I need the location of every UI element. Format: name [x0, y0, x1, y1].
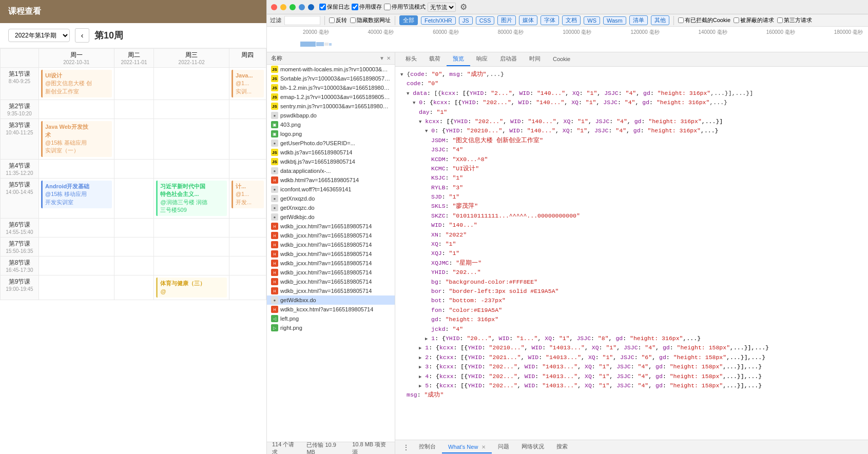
filter-all[interactable]: 全部: [399, 15, 418, 25]
semester-select[interactable]: 2022年第1学期: [8, 29, 70, 42]
prev-week-button[interactable]: ‹: [75, 28, 89, 43]
list-item[interactable]: H wdkb_jcxx.html?av=1665189805714: [267, 277, 395, 286]
course-cell-mon-8: [39, 256, 114, 275]
list-item[interactable]: ▷ right.png: [267, 323, 395, 332]
tab-response[interactable]: 响应: [470, 52, 494, 66]
tab-cookie[interactable]: Cookie: [547, 53, 576, 66]
checkbox-disable-cache[interactable]: 停用缓存: [352, 3, 382, 11]
checkbox-invert[interactable]: 反转: [329, 16, 347, 24]
tab-headers[interactable]: 标头: [399, 52, 423, 66]
list-item[interactable]: ● data:application/x-...: [267, 166, 395, 175]
course-cell-mon-4: [39, 159, 114, 178]
course-cell-mon-3: Java Web开发技术 @15栋 基础应用实训室（一）: [39, 119, 114, 160]
tab-timing[interactable]: 时间: [523, 52, 547, 66]
filter-img[interactable]: 图片: [497, 15, 516, 25]
list-item[interactable]: ● pswdkbapp.do: [267, 111, 395, 120]
list-item[interactable]: JS sentry.min.js?rv=100003&av=1665189805…: [267, 102, 395, 111]
course-cell-wed-4: [154, 159, 229, 178]
tab-whats-new[interactable]: What's New ✕: [442, 441, 492, 453]
html-icon: H: [271, 269, 278, 276]
close-tab-icon[interactable]: ✕: [481, 444, 486, 450]
filter-js[interactable]: JS: [459, 16, 473, 25]
checkbox-hide-data-urls[interactable]: 隐藏数据网址: [350, 16, 391, 24]
list-item[interactable]: ● getWdkbjc.do: [267, 212, 395, 222]
filter-media[interactable]: 媒体: [519, 15, 537, 25]
filter-manifest[interactable]: 清单: [629, 15, 648, 25]
list-item[interactable]: H wdkb_jcxx.html?av=1665189805714: [267, 286, 395, 295]
filter-input[interactable]: [284, 16, 320, 25]
filter-css[interactable]: CSS: [476, 16, 495, 25]
js-icon: JS: [271, 84, 278, 91]
list-item[interactable]: JS wdkbtj.js?av=1665189805714: [267, 157, 395, 166]
window-close-dot[interactable]: [271, 4, 277, 10]
transferred-size: 已传输 10.9 MB: [306, 441, 344, 454]
course-block[interactable]: UI设计 @图文信息大楼 创新创业工作室: [41, 70, 112, 97]
generic-icon: ●: [271, 112, 278, 119]
course-cell-tue-6: [114, 219, 154, 238]
filter-ws[interactable]: WS: [584, 16, 600, 25]
list-item[interactable]: JS Sortable.js?rv=100003&av=166518980571…: [267, 74, 395, 83]
tab-network-conditions[interactable]: 网络状况: [515, 440, 550, 454]
list-item[interactable]: ▣ logo.png: [267, 129, 395, 139]
file-list-scroll[interactable]: JS moment-with-locales.min.js?rv=100003&…: [267, 65, 395, 442]
window-maximize-dot[interactable]: [290, 4, 296, 10]
tab-console[interactable]: 控制台: [413, 440, 442, 454]
generic-icon: ●: [271, 297, 278, 304]
course-block[interactable]: Android开发基础 @15栋 移动应用开发实训室: [41, 181, 112, 208]
list-item[interactable]: ● getXnxqzd.do: [267, 194, 395, 203]
close-file-pane-icon[interactable]: ✕: [387, 55, 391, 61]
time-cell: 第6节课 14:55-15:40: [1, 219, 39, 238]
list-item[interactable]: H wdkb_jcxx.html?av=1665189805714: [267, 222, 395, 231]
list-item[interactable]: JS moment-with-locales.min.js?rv=100003&…: [267, 65, 395, 74]
course-cell-thu-1: Java... @1... 实训...: [229, 68, 266, 100]
checkbox-blocked-requests[interactable]: 被屏蔽的请求: [734, 16, 774, 24]
throttle-select[interactable]: 无节流: [428, 3, 456, 12]
settings-icon[interactable]: ⚙: [460, 2, 467, 12]
checkbox-preserve-log[interactable]: 保留日志: [319, 3, 350, 11]
filter-wasm[interactable]: Wasm: [603, 16, 626, 25]
list-item[interactable]: H wdkb_jcxx.html?av=1665189805714: [267, 249, 395, 259]
checkbox-throttle[interactable]: 停用节流模式: [384, 3, 426, 11]
course-block[interactable]: Java... @1... 实训...: [232, 70, 264, 97]
list-item[interactable]: JS wdkb.js?av=1665189805714: [267, 148, 395, 157]
list-item[interactable]: H wdkb_jcxx.html?av=1665189805714: [267, 240, 395, 249]
filter-doc[interactable]: 文档: [562, 15, 581, 25]
file-list-header: 名称 ▼ ✕: [267, 52, 395, 65]
list-item[interactable]: ● getXnxqzc.do: [267, 203, 395, 212]
course-block[interactable]: Java Web开发技术 @15栋 基础应用实训室（一）: [41, 121, 112, 157]
tab-search[interactable]: 搜索: [550, 440, 574, 454]
list-item[interactable]: ▣ 403.png: [267, 120, 395, 129]
tab-preview[interactable]: 预览: [447, 52, 470, 66]
filter-fetch-xhr[interactable]: Fetch/XHR: [421, 16, 456, 25]
course-block[interactable]: 习近平新时代中国特色社会主义... @润德三号楼 润德三号楼509: [156, 181, 227, 216]
list-item[interactable]: ● getUserPhoto.do?USERID=...: [267, 139, 395, 148]
course-block[interactable]: 体育与健康（三） @: [156, 278, 227, 298]
tab-issues[interactable]: 问题: [492, 440, 515, 454]
sort-arrow[interactable]: ▼: [379, 55, 384, 61]
list-item[interactable]: H wdkb_jcxx.html?av=1665189805714: [267, 268, 395, 277]
list-item[interactable]: H wdkb_jcxx.html?av=1665189805714: [267, 231, 395, 240]
list-item-selected[interactable]: ● getWdkbxx.do: [267, 295, 395, 305]
checkbox-blocked-cookie[interactable]: 有已拦截的Cookie: [678, 16, 730, 24]
list-item[interactable]: ● iconfont.woff?t=1463659141: [267, 185, 395, 194]
checkbox-third-party[interactable]: 第三方请求: [777, 16, 812, 24]
tab-payload[interactable]: 载荷: [423, 52, 447, 66]
course-block[interactable]: 计... @1... 开发...: [232, 181, 264, 208]
img-icon: ▣: [271, 121, 278, 128]
list-item[interactable]: H wdkb_jcxx.html?av=1665189805714: [267, 259, 395, 268]
filter-font[interactable]: 字体: [541, 15, 559, 25]
list-item[interactable]: JS bh-1.2.min.js?rv=100003&av=1665189805…: [267, 83, 395, 92]
toolbar: 2022年第1学期 ‹ 第10周: [0, 23, 266, 48]
list-item[interactable]: H wdkb_kcxx.html?av=1665189805714: [267, 305, 395, 314]
filter-other[interactable]: 其他: [651, 15, 669, 25]
list-item[interactable]: JS emap-1.2.js?rv=100003&av=166518980571…: [267, 92, 395, 102]
window-minimize-dot[interactable]: [280, 4, 286, 10]
course-cell-wed-3: [154, 119, 229, 160]
dots-menu-icon[interactable]: ⋮: [399, 443, 413, 451]
list-item[interactable]: H wdkb.html?av=1665189805714: [267, 175, 395, 185]
json-line: 1: {kcxx: [{YHID: "20210...", WID: "1401…: [400, 343, 863, 352]
list-item[interactable]: ◁ left.png: [267, 314, 395, 323]
course-cell-tue-2: [114, 100, 154, 119]
waterfall-bars: [300, 40, 868, 48]
tab-initiator[interactable]: 启动器: [494, 52, 523, 66]
